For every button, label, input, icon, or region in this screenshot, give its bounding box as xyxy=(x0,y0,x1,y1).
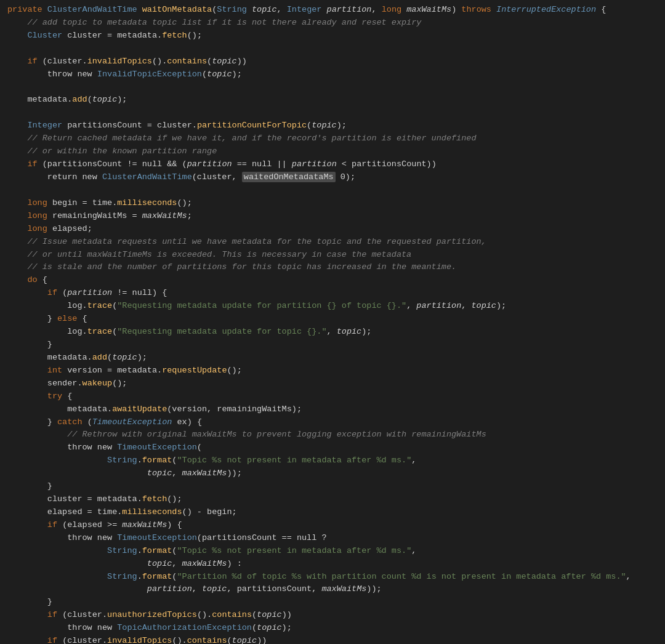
code-line: long elapsed; xyxy=(0,223,665,236)
code-line: cluster = metadata.fetch(); xyxy=(0,493,665,506)
code-line xyxy=(0,184,665,197)
code-line: String.format("Topic %s not present in m… xyxy=(0,545,665,558)
code-line: throw new TimeoutException(partitionsCou… xyxy=(0,532,665,545)
code-line: metadata.awaitUpdate(version, remainingW… xyxy=(0,403,665,416)
code-line: // or within the known partition range xyxy=(0,145,665,158)
code-line: } catch (TimeoutException ex) { xyxy=(0,416,665,429)
code-line: if (elapsed >= maxWaitMs) { xyxy=(0,519,665,532)
code-line: } else { xyxy=(0,313,665,326)
code-line: sender.wakeup(); xyxy=(0,377,665,390)
code-line: if (cluster.invalidTopics().contains(top… xyxy=(0,55,665,68)
code-line: String.format("Topic %s not present in m… xyxy=(0,454,665,467)
code-line: do { xyxy=(0,274,665,287)
code-line: throw new TopicAuthorizationException(to… xyxy=(0,622,665,635)
code-line: elapsed = time.milliseconds() - begin; xyxy=(0,506,665,519)
code-line: topic, maxWaitMs)); xyxy=(0,467,665,480)
code-line: } xyxy=(0,480,665,493)
code-line: Integer partitionsCount = cluster.partit… xyxy=(0,119,665,132)
code-line: metadata.add(topic); xyxy=(0,94,665,107)
code-line: int version = metadata.requestUpdate(); xyxy=(0,364,665,377)
code-line xyxy=(0,42,665,55)
code-line: try { xyxy=(0,390,665,403)
code-line xyxy=(0,81,665,94)
code-line: throw new InvalidTopicException(topic); xyxy=(0,68,665,81)
code-line: private ClusterAndWaitTime waitOnMetadat… xyxy=(0,4,665,17)
code-line xyxy=(0,107,665,119)
code-line: if (partition != null) { xyxy=(0,287,665,300)
code-line: long begin = time.milliseconds(); xyxy=(0,197,665,210)
code-line: } xyxy=(0,596,665,609)
code-line: // or until maxWaitTimeMs is exceeded. T… xyxy=(0,249,665,262)
code-line: // is stale and the number of partitions… xyxy=(0,261,665,274)
code-line: // Issue metadata requests until we have… xyxy=(0,236,665,249)
code-line: if (cluster.unauthorizedTopics().contain… xyxy=(0,609,665,622)
code-line: // add topic to metadata topic list if i… xyxy=(0,17,665,30)
code-line: } xyxy=(0,339,665,352)
code-line: if (partitionsCount != null && (partitio… xyxy=(0,158,665,171)
code-line: // Rethrow with original maxWaitMs to pr… xyxy=(0,429,665,441)
code-line: String.format("Partition %d of topic %s … xyxy=(0,571,665,584)
code-line: long remainingWaitMs = maxWaitMs; xyxy=(0,210,665,223)
code-line: Cluster cluster = metadata.fetch(); xyxy=(0,30,665,42)
code-line: partition, topic, partitionsCount, maxWa… xyxy=(0,583,665,596)
code-line: log.trace("Requesting metadata update fo… xyxy=(0,300,665,313)
code-line: return new ClusterAndWaitTime(cluster, w… xyxy=(0,171,665,184)
code-line: log.trace("Requesting metadata update fo… xyxy=(0,326,665,339)
code-line: if (cluster.invalidTopics().contains(top… xyxy=(0,635,665,644)
code-editor: private ClusterAndWaitTime waitOnMetadat… xyxy=(0,0,665,644)
code-line: topic, maxWaitMs) : xyxy=(0,558,665,571)
code-line: // Return cached metadata if we have it,… xyxy=(0,132,665,145)
code-line: throw new TimeoutException( xyxy=(0,441,665,454)
code-line: metadata.add(topic); xyxy=(0,352,665,364)
